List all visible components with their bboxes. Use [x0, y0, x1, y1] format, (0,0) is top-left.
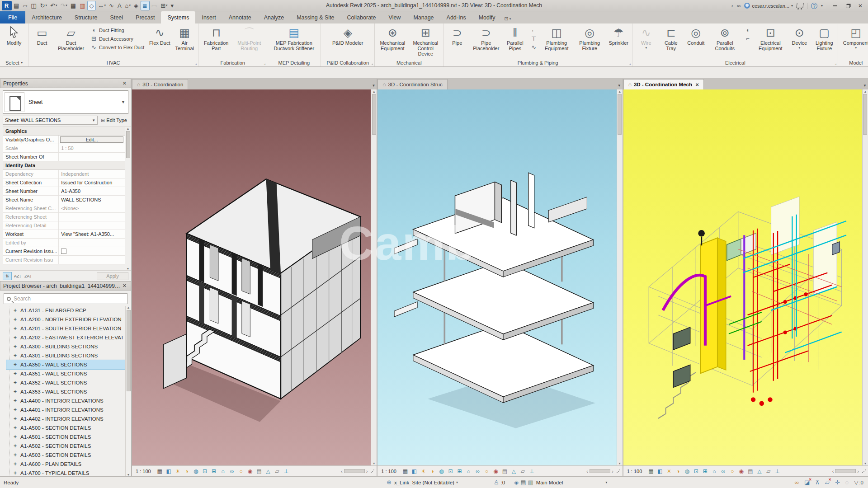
pipe-placeholder-button[interactable]: ⊃Pipe Placeholder	[470, 24, 502, 59]
temp-view-icon[interactable]: ▤	[500, 468, 509, 474]
ribbon-tab[interactable]: Architecture	[25, 11, 68, 23]
qat-customize-icon[interactable]: ▾	[170, 1, 176, 10]
constraints-icon[interactable]: ⊥	[773, 468, 782, 474]
duct-accessory-button[interactable]: ⊟Duct Accessory	[90, 35, 145, 42]
scroll-right-icon[interactable]: ›	[366, 469, 368, 474]
drag-on-selection-toggle[interactable]: ✛	[835, 479, 840, 486]
sheet-tree-item[interactable]: + A1-A500 - SECTION DETAILS	[6, 423, 131, 432]
sheet-tree-item[interactable]: + A1-A201 - SOUTH EXTERIOR ELEVATION	[6, 324, 131, 333]
apply-button[interactable]: Apply	[97, 272, 128, 280]
ribbon-tab[interactable]: Structure	[68, 11, 104, 23]
conduit-fitting-button[interactable]: ⌐	[743, 35, 752, 42]
crop-view-icon[interactable]: ⊡	[201, 468, 209, 474]
parallel-conduits-button[interactable]: ⊚Parallel Conduits	[708, 24, 741, 59]
resize-grip[interactable]	[862, 469, 866, 474]
property-row[interactable]: Referencing Detail	[3, 221, 125, 230]
sheet-tree-item[interactable]: + A1-A501 - SECTION DETAILS	[6, 432, 131, 441]
default-3d-view-icon[interactable]: ⌂ ▾	[124, 1, 132, 10]
analytical-model-icon[interactable]: △	[755, 468, 764, 474]
scroll-thumb[interactable]	[835, 469, 856, 473]
search-help-icon[interactable]: ∞	[737, 3, 741, 9]
property-row[interactable]: Current Revision Issu	[3, 256, 125, 264]
electrical-equipment-button[interactable]: ⊡Electrical Equipment	[754, 24, 787, 59]
resize-grip[interactable]	[370, 469, 375, 474]
lock-view-icon[interactable]: ⌂	[464, 468, 473, 474]
sheet-tree-item[interactable]: + A1-A301 - BUILDING SECTIONS	[6, 351, 131, 360]
modify-button[interactable]: Modify	[1, 24, 27, 59]
plumbing-equipment-button[interactable]: ◫Plumbing Equipment	[540, 24, 573, 59]
expand-plus-icon[interactable]: +	[13, 417, 18, 422]
displacement-icon[interactable]: ▱	[273, 468, 282, 474]
close-icon[interactable]: ✕	[121, 283, 128, 289]
browser-scrollbar[interactable]: ▲ ▼	[125, 306, 131, 476]
restore-button[interactable]	[842, 1, 854, 10]
property-row[interactable]: Sheet Number Of	[3, 153, 125, 161]
pipe-button[interactable]: ⊃Pipe	[445, 24, 469, 59]
scroll-up-icon[interactable]: ▲	[864, 90, 867, 93]
ribbon-tab[interactable]: Add-Ins	[440, 11, 472, 23]
worksharing-icon[interactable]: ◉	[491, 468, 500, 474]
vertical-scrollbar[interactable]: ▲ ▼	[617, 89, 623, 465]
vertical-scrollbar[interactable]: ▲ ▼	[862, 89, 868, 465]
project-browser-title-bar[interactable]: Project Browser - arch_buildinga1_144104…	[0, 281, 131, 291]
active-workset-combo[interactable]: x_Link_Site (Not Editable) ▾	[394, 480, 485, 485]
scroll-left-icon[interactable]: ‹	[586, 469, 588, 474]
sort-ascending-button[interactable]: AZ↓	[13, 272, 22, 280]
ribbon-tab[interactable]: Annotate	[222, 11, 258, 23]
inactive-view-icon[interactable]: ▭	[150, 1, 159, 10]
scroll-thumb[interactable]	[127, 310, 131, 391]
select-by-face-toggle[interactable]: ▱✕	[825, 479, 830, 486]
cable-tray-fitting-button[interactable]: ◖	[743, 26, 752, 34]
sheet-tree-item[interactable]: + A1-A700 - TYPICAL DETAILS	[6, 469, 131, 476]
scroll-right-icon[interactable]: ›	[612, 469, 613, 474]
scroll-down-icon[interactable]: ▼	[618, 462, 621, 465]
lock-view-icon[interactable]: ⌂	[710, 468, 718, 474]
drawing-canvas-coordination-mech[interactable]	[623, 89, 862, 465]
print-icon[interactable]: ▦	[69, 1, 78, 10]
pipe-fitting-button[interactable]: ⌐	[529, 26, 538, 34]
pid-modeler-button[interactable]: ◈P&ID Modeler	[322, 24, 373, 59]
mechanical-control-device-button[interactable]: ⊞Mechanical Control Device	[409, 24, 442, 59]
close-icon[interactable]: ✕	[121, 80, 128, 86]
scroll-left-icon[interactable]: ‹	[341, 469, 343, 474]
sheet-tree-item[interactable]: + A1-A131 - ENLARGED RCP	[6, 306, 131, 315]
expand-plus-icon[interactable]: +	[13, 344, 18, 349]
expand-plus-icon[interactable]: +	[13, 362, 18, 367]
plumbing-dialog-launcher-icon[interactable]: ⌟	[629, 61, 631, 66]
vertical-scrollbar[interactable]: ▲ ▼	[371, 89, 377, 465]
sheet-tree-item[interactable]: + A1-A353 - WALL SECTIONS	[6, 387, 131, 396]
scroll-thumb[interactable]	[344, 469, 365, 473]
browser-search-input[interactable]: Search	[4, 293, 127, 304]
ribbon-tab[interactable]: Systems	[161, 11, 195, 23]
sheet-tree-item[interactable]: + A1-A400 - INTERIOR ELEVATIONS	[6, 396, 131, 405]
electrical-dialog-launcher-icon[interactable]: ⌟	[835, 61, 836, 66]
horizontal-scrollbar[interactable]: ‹›	[832, 469, 866, 474]
shadows-icon[interactable]: ◑	[183, 468, 191, 474]
scroll-down-icon[interactable]: ▼	[127, 473, 130, 476]
ribbon-display-toggle[interactable]: ⊡ ▾	[505, 16, 511, 23]
constraints-icon[interactable]: ⊥	[282, 468, 291, 474]
expand-plus-icon[interactable]: +	[13, 317, 18, 322]
sheet-tree-item[interactable]: + A1-A351 - WALL SECTIONS	[6, 369, 131, 378]
scroll-thumb[interactable]	[590, 469, 610, 473]
view-tab-coordination[interactable]: ⌂ 3D - Coordination	[132, 79, 188, 89]
property-row[interactable]: Sheet Name WALL SECTIONS	[3, 196, 125, 204]
sheet-tree-item[interactable]: + A1-A402 - INTERIOR ELEVATIONS	[6, 414, 131, 423]
analytical-model-icon[interactable]: △	[509, 468, 518, 474]
ribbon-tab[interactable]: Manage	[407, 11, 440, 23]
close-button[interactable]: ✕	[854, 1, 866, 10]
help-icon[interactable]: ?	[811, 3, 817, 9]
shadows-icon[interactable]: ◑	[674, 468, 682, 474]
property-row[interactable]: Identity Data	[3, 161, 125, 170]
select-underlay-toggle[interactable]: ◪✕	[804, 479, 810, 486]
device-button[interactable]: ⊙Device▾	[787, 24, 811, 59]
property-row[interactable]: Graphics	[3, 127, 125, 136]
displacement-icon[interactable]: ▱	[519, 468, 527, 474]
visual-style-icon[interactable]: ◧	[410, 468, 419, 474]
property-row[interactable]: Referencing Sheet C... <None>	[3, 204, 125, 213]
aligned-dimension-icon[interactable]: ↔ ▾	[96, 1, 107, 10]
fabrication-dialog-launcher-icon[interactable]: ⌟	[264, 61, 265, 66]
ribbon-tab[interactable]: Massing & Site	[290, 11, 340, 23]
property-row[interactable]: Workset View "Sheet: A1-A350...	[3, 230, 125, 239]
detail-level-icon[interactable]: ▦	[401, 468, 410, 474]
